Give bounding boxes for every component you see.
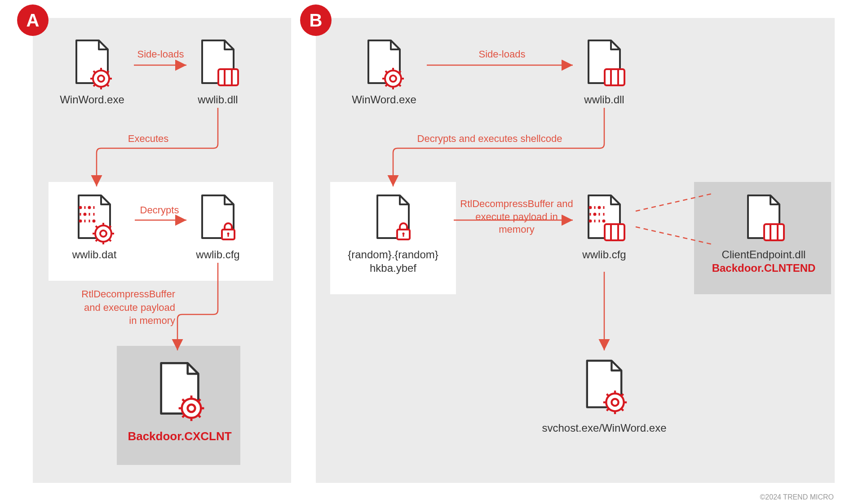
b-node3-label1: {random}.{random} xyxy=(337,248,449,261)
a-arrow1-label: Side-loads xyxy=(135,49,186,60)
file-gear-icon xyxy=(150,357,209,422)
b-node6-label2: Backdoor.CLNTEND xyxy=(703,262,824,274)
b-node6-label1: ClientEndpoint.dll xyxy=(703,248,824,261)
a-node-backdoor: Backdoor.CXCLNT xyxy=(124,357,236,443)
a-node-winword: WinWord.exe xyxy=(54,36,130,106)
b-node-wwlibcfg: wwlib.cfg xyxy=(566,191,642,261)
b-arrow2-label: Decrypts and executes shellcode xyxy=(409,133,571,145)
b-arrow3-l1: RtlDecompressBuffer and xyxy=(460,198,573,209)
b-arrow3-label: RtlDecompressBuffer and execute payload … xyxy=(458,198,575,236)
b-node-wwlibdll: wwlib.dll xyxy=(566,36,642,106)
file-lock-icon xyxy=(368,191,418,245)
file-gear-icon xyxy=(67,36,117,90)
b-node1-label: WinWord.exe xyxy=(346,93,422,106)
file-gear-icon xyxy=(577,355,631,416)
a-arrow3-label: Decrypts xyxy=(135,204,184,216)
b-arrow3-l2: execute payload in memory xyxy=(475,211,558,235)
a-arrow4-l2: and execute payload xyxy=(84,302,175,313)
b-node2-label: wwlib.dll xyxy=(566,93,642,106)
b-node3-label2: hkba.ybef xyxy=(337,262,449,274)
badge-a: A xyxy=(17,4,49,36)
file-binary-dll-icon xyxy=(580,191,629,245)
a-node-wwlibdll: wwlib.dll xyxy=(180,36,256,106)
a-arrow4-l3: in memory xyxy=(129,315,175,326)
b-node-random: {random}.{random} hkba.ybef xyxy=(337,191,449,274)
file-gear-icon xyxy=(359,36,409,90)
file-lock-icon xyxy=(193,191,243,245)
b-node5-label: svchost.exe/WinWord.exe xyxy=(537,422,672,434)
badge-b: B xyxy=(300,4,332,36)
a-node-wwlibcfg: wwlib.cfg xyxy=(180,191,256,261)
copyright: ©2024 TREND MICRO xyxy=(760,493,834,501)
a-node4-label: wwlib.cfg xyxy=(180,248,256,261)
b-arrow1-label: Side-loads xyxy=(476,49,528,60)
a-node1-label: WinWord.exe xyxy=(54,93,130,106)
a-node3-label: wwlib.dat xyxy=(56,248,133,261)
b-node-winword: WinWord.exe xyxy=(346,36,422,106)
a-arrow4-l1: RtlDecompressBuffer xyxy=(81,288,175,300)
a-node-wwlibdat: wwlib.dat xyxy=(56,191,133,261)
b-node-svchost: svchost.exe/WinWord.exe xyxy=(537,355,672,434)
a-node2-label: wwlib.dll xyxy=(180,93,256,106)
a-node5-label: Backdoor.CXCLNT xyxy=(124,429,236,443)
b-node4-label: wwlib.cfg xyxy=(566,248,642,261)
a-arrow4-label: RtlDecompressBuffer and execute payload … xyxy=(58,287,175,327)
file-dll-icon xyxy=(193,36,243,90)
b-node-clientendpoint: ClientEndpoint.dll Backdoor.CLNTEND xyxy=(703,191,824,274)
a-arrow2-label: Executes xyxy=(126,133,171,145)
file-dll-icon xyxy=(580,36,629,90)
file-binary-gear-icon xyxy=(70,191,119,245)
file-dll-icon xyxy=(739,191,788,245)
